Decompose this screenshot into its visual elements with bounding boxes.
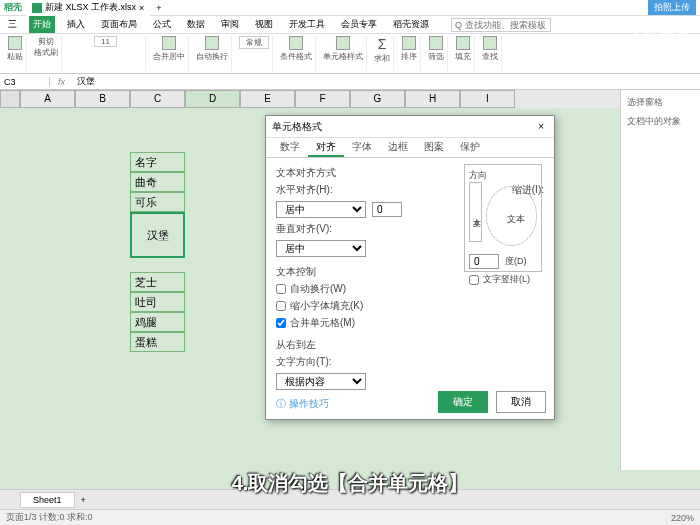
paste-icon — [8, 36, 22, 50]
search-input[interactable] — [451, 18, 551, 32]
menu-data[interactable]: 数据 — [183, 16, 209, 33]
direction-label: 文字方向(T): — [276, 355, 332, 369]
menu-insert[interactable]: 插入 — [63, 16, 89, 33]
menu-member[interactable]: 会员专享 — [337, 16, 381, 33]
v-align-select[interactable]: 居中 — [276, 240, 366, 257]
wrap-button[interactable]: 自动换行 — [196, 36, 228, 62]
menu-layout[interactable]: 页面布局 — [97, 16, 141, 33]
style-icon — [336, 36, 350, 50]
col-header-c[interactable]: C — [130, 90, 185, 108]
menu-formula[interactable]: 公式 — [149, 16, 175, 33]
ok-button[interactable]: 确定 — [438, 391, 488, 413]
dialog-close-icon[interactable]: × — [534, 121, 548, 132]
name-box[interactable]: C3 — [0, 77, 50, 87]
sort-button[interactable]: 排序 — [401, 36, 417, 62]
cell-style-button[interactable]: 单元格样式 — [323, 36, 363, 62]
status-bar: 页面1/3 计数:0 求和:0 220% — [0, 509, 700, 525]
cancel-button[interactable]: 取消 — [496, 391, 546, 413]
cell[interactable]: 曲奇 — [130, 172, 185, 192]
tip-link[interactable]: ⓘ 操作技巧 — [276, 397, 329, 411]
cut-button[interactable]: 剪切 — [38, 36, 54, 47]
merge-button[interactable]: 合并居中 — [153, 36, 185, 62]
menu-review[interactable]: 审阅 — [217, 16, 243, 33]
orientation-dial[interactable]: 文本 — [486, 186, 537, 246]
indent-input[interactable] — [372, 202, 402, 217]
find-button[interactable]: 查找 — [482, 36, 498, 62]
col-header-g[interactable]: G — [350, 90, 405, 108]
paste-button[interactable]: 粘贴 — [7, 36, 23, 62]
fill-button[interactable]: 填充 — [455, 36, 471, 62]
menu-dev[interactable]: 开发工具 — [285, 16, 329, 33]
cell-selected[interactable]: 汉堡 — [130, 212, 185, 258]
degree-label: 度(D) — [505, 255, 527, 268]
h-align-label: 水平对齐(H): — [276, 183, 333, 197]
font-size-value[interactable]: 11 — [94, 36, 117, 47]
tab-number[interactable]: 数字 — [272, 138, 308, 157]
app-logo: 稻壳 — [4, 1, 22, 14]
menu-file[interactable]: 三 — [4, 16, 21, 33]
video-caption: 4.取消勾选【合并单元格】 — [0, 470, 700, 497]
dialog-body: 文本对齐方式 水平对齐(H): 缩进(I): 居中 垂直对齐(V): 居中 文本… — [266, 158, 554, 406]
checkbox-merge-cells[interactable] — [276, 318, 286, 328]
add-tab-button[interactable]: + — [156, 3, 161, 13]
cond-format-button[interactable]: 条件格式 — [280, 36, 312, 62]
tab-font[interactable]: 字体 — [344, 138, 380, 157]
col-header-d[interactable]: D — [185, 90, 240, 108]
col-header-f[interactable]: F — [295, 90, 350, 108]
status-left: 页面1/3 计数:0 求和:0 — [6, 511, 93, 524]
checkbox-shrink[interactable] — [276, 301, 286, 311]
sum-button[interactable]: Σ求和 — [374, 36, 390, 64]
orientation-box: 方向 文本 文本 度(D) 文字竖排(L) — [464, 164, 542, 272]
formula-input[interactable]: 汉堡 — [73, 75, 700, 88]
wrap-icon — [205, 36, 219, 50]
upload-button[interactable]: 拍照上传 — [648, 0, 696, 15]
section-rtl: 从右到左 — [276, 338, 544, 352]
zoom-level[interactable]: 220% — [671, 513, 694, 523]
tab-protect[interactable]: 保护 — [452, 138, 488, 157]
number-format[interactable]: 常规 — [239, 36, 269, 49]
sort-icon — [402, 36, 416, 50]
cell-format-dialog: 单元格格式 × 数字 对齐 字体 边框 图案 保护 文本对齐方式 水平对齐(H)… — [265, 115, 555, 420]
menu-view[interactable]: 视图 — [251, 16, 277, 33]
col-header-b[interactable]: B — [75, 90, 130, 108]
menu-home[interactable]: 开始 — [29, 16, 55, 33]
vertical-text-preview[interactable]: 文本 — [469, 182, 482, 242]
col-header-h[interactable]: H — [405, 90, 460, 108]
h-align-select[interactable]: 居中 — [276, 201, 366, 218]
dialog-title: 单元格格式 — [272, 120, 322, 134]
orientation-title: 方向 — [469, 169, 537, 182]
fill-icon — [456, 36, 470, 50]
cell[interactable]: 名字 — [130, 152, 185, 172]
tab-pattern[interactable]: 图案 — [416, 138, 452, 157]
spreadsheet-icon — [32, 3, 42, 13]
watermark: 天奇·视频 — [630, 24, 690, 42]
tab-close-icon[interactable]: × — [139, 3, 144, 13]
task-pane-desc: 文档中的对象 — [627, 115, 694, 128]
degree-input[interactable] — [469, 254, 499, 269]
cell[interactable]: 吐司 — [130, 292, 185, 312]
task-pane-title: 选择窗格 — [627, 96, 694, 109]
document-tab[interactable]: 新建 XLSX 工作表.xlsx × — [26, 0, 150, 16]
tab-alignment[interactable]: 对齐 — [308, 138, 344, 157]
col-header-e[interactable]: E — [240, 90, 295, 108]
fx-icon[interactable]: fx — [50, 77, 73, 87]
doc-name: 新建 XLSX 工作表.xlsx — [45, 1, 136, 14]
direction-select[interactable]: 根据内容 — [276, 373, 366, 390]
format-painter-button[interactable]: 格式刷 — [34, 47, 58, 58]
dialog-titlebar[interactable]: 单元格格式 × — [266, 116, 554, 138]
filter-icon — [429, 36, 443, 50]
menu-resource[interactable]: 稻壳资源 — [389, 16, 433, 33]
filter-button[interactable]: 筛选 — [428, 36, 444, 62]
cell[interactable]: 鸡腿 — [130, 312, 185, 332]
checkbox-wrap[interactable] — [276, 284, 286, 294]
tab-border[interactable]: 边框 — [380, 138, 416, 157]
checkbox-vertical-text[interactable] — [469, 275, 479, 285]
select-all-corner[interactable] — [0, 90, 20, 108]
col-header-i[interactable]: I — [460, 90, 515, 108]
col-header-a[interactable]: A — [20, 90, 75, 108]
cell[interactable]: 可乐 — [130, 192, 185, 212]
cell[interactable]: 芝士 — [130, 272, 185, 292]
cell[interactable]: 蛋糕 — [130, 332, 185, 352]
ribbon: 粘贴 剪切 格式刷 11 合并居中 自动换行 常规 条件格式 单元格样式 Σ求和… — [0, 34, 700, 74]
column-headers: A B C D E F G H I — [0, 90, 620, 108]
